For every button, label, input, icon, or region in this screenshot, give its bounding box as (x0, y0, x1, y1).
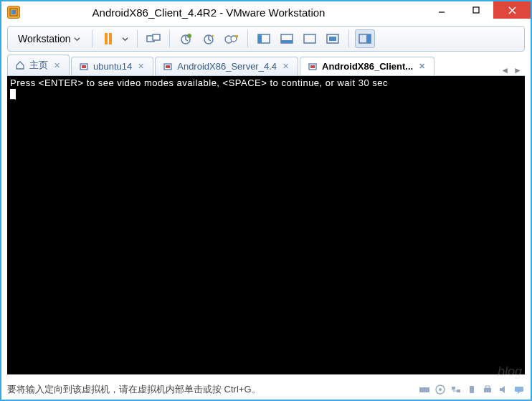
tab-close-button[interactable]: ✕ (136, 62, 146, 71)
toolbar-separator (247, 30, 248, 47)
home-icon (15, 60, 25, 70)
library-icon (358, 34, 371, 44)
svg-rect-26 (166, 65, 170, 68)
tab-close-button[interactable]: ✕ (281, 62, 290, 71)
tab-ubuntu14[interactable]: ubuntu14 ✕ (71, 57, 153, 75)
send-ctrl-alt-del-button[interactable] (143, 29, 163, 48)
vm-icon (163, 62, 173, 72)
revert-snapshot-button[interactable] (199, 29, 219, 48)
svg-rect-17 (281, 40, 293, 43)
message-icon[interactable] (513, 385, 525, 395)
toolbar-separator (348, 30, 349, 47)
thumbnail-view-icon (280, 34, 293, 44)
console-cursor: _ (10, 89, 16, 100)
hdd-icon[interactable] (419, 385, 430, 395)
toolbar-separator (137, 30, 138, 47)
svg-rect-24 (82, 65, 86, 68)
vm-console[interactable]: Press <ENTER> to see video modes availab… (7, 76, 525, 374)
svg-rect-28 (310, 65, 315, 68)
printer-icon[interactable] (482, 385, 493, 395)
tab-close-button[interactable]: ✕ (417, 62, 427, 71)
tab-scroll-left[interactable]: ◄ (500, 65, 509, 75)
status-device-icons (419, 385, 525, 395)
snapshot-manager-icon (224, 33, 239, 44)
status-bar: 要将输入定向到该虚拟机，请在虚拟机内部单击或按 Ctrl+G。 (7, 381, 525, 398)
svg-rect-7 (153, 34, 160, 40)
svg-rect-32 (452, 387, 455, 390)
svg-rect-13 (235, 35, 238, 37)
svg-rect-29 (419, 387, 429, 392)
power-dropdown[interactable] (120, 29, 131, 48)
status-message: 要将输入定向到该虚拟机，请在虚拟机内部单击或按 Ctrl+G。 (7, 383, 261, 396)
usb-icon[interactable] (466, 385, 478, 395)
svg-rect-34 (470, 386, 474, 393)
chevron-down-icon (122, 36, 128, 42)
network-icon[interactable] (450, 385, 462, 395)
workstation-menu-label: Workstation (18, 33, 71, 44)
show-console-button[interactable] (254, 29, 274, 48)
tab-bar: 主页 ✕ ubuntu14 ✕ AndroidX86_Server_4.4 ✕ … (7, 55, 525, 76)
pause-icon (105, 33, 112, 44)
manage-snapshots-button[interactable] (222, 29, 242, 48)
library-button[interactable] (355, 29, 375, 48)
svg-rect-3 (473, 7, 479, 13)
tab-scroll-right[interactable]: ► (513, 65, 522, 75)
console-line: Press <ENTER> to see video modes availab… (10, 77, 388, 88)
tab-label: AndroidX86_Client... (322, 61, 413, 72)
show-thumbnail-button[interactable] (277, 29, 297, 48)
tab-close-button[interactable]: ✕ (52, 61, 62, 70)
revert-icon (202, 33, 215, 44)
svg-rect-35 (484, 388, 491, 392)
maximize-button[interactable] (459, 1, 493, 19)
toolbar-separator (92, 30, 92, 47)
unity-icon (326, 34, 339, 44)
tab-label: ubuntu14 (93, 61, 132, 72)
toolbar-separator (169, 30, 170, 47)
window-titlebar: AndroidX86_Client_4.4R2 - VMware Worksta… (1, 1, 531, 23)
snapshot-button[interactable] (176, 29, 196, 48)
pause-vm-button[interactable] (98, 29, 118, 48)
tab-scroll-controls: ◄ ► (500, 65, 525, 75)
workstation-menu[interactable]: Workstation (12, 31, 86, 47)
cd-icon[interactable] (434, 385, 446, 395)
snapshot-icon (179, 33, 192, 44)
window-controls (424, 1, 531, 23)
tab-label: AndroidX86_Server_4.4 (177, 61, 277, 72)
devices-icon (146, 33, 161, 44)
main-toolbar: Workstation (7, 26, 525, 52)
svg-rect-22 (366, 34, 371, 43)
tab-androidx86-client[interactable]: AndroidX86_Client... ✕ (300, 57, 434, 75)
unity-button[interactable] (323, 29, 343, 48)
close-button[interactable] (493, 1, 531, 19)
svg-point-31 (439, 388, 442, 391)
minimize-button[interactable] (424, 1, 459, 19)
svg-rect-15 (258, 34, 262, 43)
vm-icon (79, 62, 89, 72)
console-view-icon (257, 34, 270, 44)
fullscreen-button[interactable] (300, 29, 320, 48)
svg-rect-37 (515, 387, 523, 392)
fullscreen-icon (303, 34, 316, 44)
chevron-down-icon (74, 36, 80, 42)
tab-androidx86-server[interactable]: AndroidX86_Server_4.4 ✕ (155, 57, 298, 75)
window-title: AndroidX86_Client_4.4R2 - VMware Worksta… (1, 6, 416, 19)
svg-rect-36 (485, 386, 490, 388)
svg-point-9 (187, 34, 191, 38)
vm-icon (308, 62, 318, 72)
sound-icon[interactable] (498, 385, 509, 395)
tab-home[interactable]: 主页 ✕ (7, 55, 70, 75)
svg-rect-20 (329, 37, 336, 41)
tab-label: 主页 (29, 59, 48, 72)
svg-rect-18 (304, 34, 315, 43)
